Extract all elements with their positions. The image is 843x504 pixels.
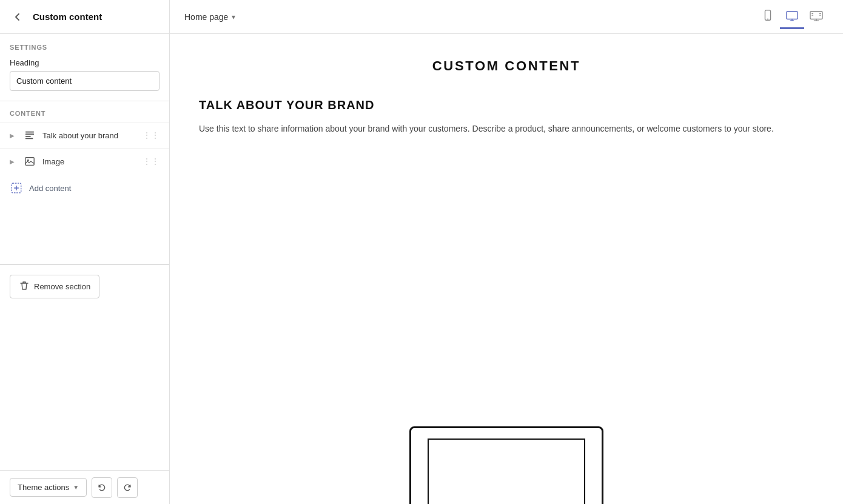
sidebar: Custom content SETTINGS Heading CONTENT … xyxy=(0,0,170,504)
svg-rect-3 xyxy=(25,138,33,139)
theme-actions-label: Theme actions xyxy=(18,483,69,492)
redo-button[interactable] xyxy=(117,477,138,498)
topbar: Home page ▾ xyxy=(170,0,843,34)
svg-point-8 xyxy=(767,19,768,20)
widescreen-view-button[interactable] xyxy=(804,5,828,29)
remove-section-area: Remove section xyxy=(0,264,169,308)
expand-icon-talk: ▶ xyxy=(10,132,17,139)
undo-button[interactable] xyxy=(92,477,112,498)
settings-label: SETTINGS xyxy=(10,44,160,51)
sidebar-header: Custom content xyxy=(0,0,169,34)
svg-rect-9 xyxy=(787,12,798,19)
item-label-talk: Talk about your brand xyxy=(42,131,136,140)
page-label: Home page xyxy=(184,12,228,22)
add-icon xyxy=(10,181,23,195)
page-selector[interactable]: Home page ▾ xyxy=(184,12,235,22)
device-buttons xyxy=(756,5,828,29)
expand-icon-image: ▶ xyxy=(10,158,17,165)
settings-section: SETTINGS Heading xyxy=(0,34,169,101)
main-area: Home page ▾ xyxy=(170,0,843,504)
theme-actions-button[interactable]: Theme actions ▼ xyxy=(10,478,87,497)
drag-handle-talk[interactable]: ⋮⋮ xyxy=(143,130,160,140)
content-section: CONTENT ▶ Talk about your brand ⋮⋮ ▶ xyxy=(0,101,169,264)
drag-handle-image[interactable]: ⋮⋮ xyxy=(143,156,160,166)
preview-section-text: Use this text to share information about… xyxy=(199,122,814,135)
add-content-label: Add content xyxy=(29,184,71,193)
svg-rect-0 xyxy=(25,132,34,133)
content-item-talk[interactable]: ▶ Talk about your brand ⋮⋮ xyxy=(0,122,169,148)
desktop-view-button[interactable] xyxy=(780,5,804,29)
svg-rect-4 xyxy=(25,158,34,166)
sidebar-footer: Theme actions ▼ xyxy=(0,470,169,504)
preview-talk-section: TALK ABOUT YOUR BRAND Use this text to s… xyxy=(199,98,814,135)
preview-main-title: CUSTOM CONTENT xyxy=(199,58,814,74)
page-chevron-icon: ▾ xyxy=(232,13,235,21)
preview-content: CUSTOM CONTENT TALK ABOUT YOUR BRAND Use… xyxy=(170,34,843,504)
svg-rect-2 xyxy=(25,136,31,137)
sidebar-title: Custom content xyxy=(33,12,102,22)
item-label-image: Image xyxy=(42,157,136,166)
chevron-down-icon: ▼ xyxy=(73,484,79,491)
image-icon xyxy=(23,155,36,168)
remove-section-button[interactable]: Remove section xyxy=(10,275,99,298)
svg-rect-1 xyxy=(25,133,34,135)
text-icon xyxy=(23,129,36,142)
trash-icon xyxy=(19,280,30,293)
heading-field-label: Heading xyxy=(10,58,160,67)
add-content-item[interactable]: Add content xyxy=(0,174,169,202)
remove-section-label: Remove section xyxy=(34,282,90,291)
preview-area: CUSTOM CONTENT TALK ABOUT YOUR BRAND Use… xyxy=(170,34,843,504)
preview-laptop-illustration xyxy=(199,426,814,504)
preview-section-title: TALK ABOUT YOUR BRAND xyxy=(199,98,814,112)
heading-input[interactable] xyxy=(10,71,160,91)
svg-point-5 xyxy=(27,160,29,161)
mobile-view-button[interactable] xyxy=(756,5,780,29)
content-item-image[interactable]: ▶ Image ⋮⋮ xyxy=(0,148,169,174)
back-button[interactable] xyxy=(10,9,25,25)
content-header: CONTENT xyxy=(0,101,169,122)
